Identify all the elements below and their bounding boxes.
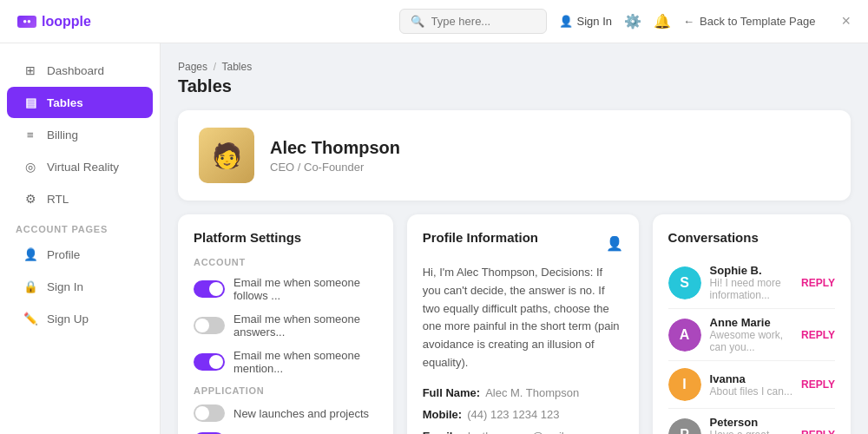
- back-label: Back to Template Page: [700, 15, 815, 28]
- sidebar-item-tables[interactable]: ▤ Tables: [7, 87, 153, 118]
- sidebar-item-label: Sign Up: [47, 312, 89, 326]
- vr-icon: ◎: [23, 159, 38, 174]
- sidebar: ⊞ Dashboard ▤ Tables ≡ Billing ◎ Virtual…: [0, 43, 161, 434]
- top-navbar: ●● loopple 🔍 👤 Sign In ⚙️ 🔔 ← Back to Te…: [0, 0, 868, 43]
- profile-icon: 👤: [23, 247, 38, 262]
- bio-text: Hi, I'm Alec Thompson, Decisions: If you…: [423, 264, 623, 372]
- rtl-icon: ⚙: [23, 191, 38, 207]
- sidebar-item-label: Billing: [47, 128, 78, 141]
- logo: ●● loopple: [17, 14, 91, 30]
- conv-msg: Hi! I need more information...: [710, 277, 793, 301]
- platform-settings-title: Platform Settings: [194, 230, 378, 245]
- toggle-label-mentions: Email me when someone mention...: [233, 349, 378, 375]
- conv-info: Anne Marie Awesome work, can you...: [710, 316, 793, 353]
- toggle-row-2: Email me when someone mention...: [194, 349, 378, 375]
- conv-avatar-img: A: [668, 319, 701, 352]
- profile-name: Alec Thompson: [270, 138, 400, 158]
- conv-name: Ivanna: [710, 372, 793, 385]
- toggle-follows[interactable]: [194, 280, 225, 298]
- conv-msg: Awesome work, can you...: [710, 329, 793, 353]
- main-content: Pages / Tables Tables 🧑 Alec Thompson CE…: [161, 43, 868, 434]
- logo-icon: ●●: [17, 16, 36, 28]
- conv-avatar-img: S: [668, 266, 701, 299]
- profile-info-title: Profile Information: [423, 230, 538, 245]
- signin-icon: 🔒: [23, 279, 38, 294]
- back-to-template-button[interactable]: ← Back to Template Page: [683, 15, 815, 28]
- toggle-label-answers: Email me when someone answers...: [233, 312, 378, 339]
- sidebar-item-label: Tables: [47, 96, 83, 109]
- conv-avatar-img: P: [668, 418, 701, 435]
- user-icon: 👤: [559, 15, 573, 28]
- sidebar-item-signin[interactable]: 🔒 Sign In: [7, 271, 153, 302]
- conv-name: Sophie B.: [710, 264, 793, 277]
- breadcrumb-current: Tables: [221, 61, 252, 73]
- sidebar-item-dashboard[interactable]: ⊞ Dashboard: [7, 55, 153, 86]
- email-value: alecthompson@mail.com: [462, 430, 589, 434]
- breadcrumb-root: Pages: [178, 61, 207, 73]
- conv-info: Sophie B. Hi! I need more information...: [710, 264, 793, 301]
- account-section-sublabel: ACCOUNT: [194, 257, 378, 267]
- close-button[interactable]: ×: [841, 12, 851, 30]
- toggle-row-3: New launches and projects: [194, 404, 378, 422]
- info-fullname: Full Name: Alec M. Thompson: [423, 386, 623, 399]
- avatar-image: 🧑: [199, 128, 254, 183]
- reply-button[interactable]: REPLY: [801, 429, 835, 435]
- sidebar-item-label: RTL: [47, 193, 69, 206]
- sidebar-item-profile[interactable]: 👤 Profile: [7, 239, 153, 270]
- sidebar-item-billing[interactable]: ≡ Billing: [7, 119, 153, 150]
- reply-button[interactable]: REPLY: [801, 378, 835, 391]
- sidebar-item-label: Dashboard: [47, 64, 104, 77]
- top-right-actions: 🔍 👤 Sign In ⚙️ 🔔 ← Back to Template Page…: [399, 9, 851, 34]
- arrow-left-icon: ←: [683, 15, 694, 28]
- search-input[interactable]: [431, 15, 536, 28]
- profile-job-title: CEO / Co-Founder: [270, 161, 400, 174]
- conv-info: Ivanna About files I can...: [710, 372, 793, 398]
- sidebar-item-virtual-reality[interactable]: ◎ Virtual Reality: [7, 151, 153, 182]
- conv-avatar-img: I: [668, 368, 701, 401]
- search-box: 🔍: [399, 9, 547, 34]
- conv-avatar: A: [668, 319, 701, 352]
- profile-information-card: Profile Information 👤 Hi, I'm Alec Thomp…: [407, 214, 639, 434]
- conv-msg: About files I can...: [710, 385, 793, 398]
- toggle-label-follows: Email me when someone follows ...: [233, 276, 378, 302]
- billing-icon: ≡: [23, 127, 38, 142]
- toggle-row-1: Email me when someone answers...: [194, 312, 378, 339]
- app-layout: ⊞ Dashboard ▤ Tables ≡ Billing ◎ Virtual…: [0, 43, 868, 434]
- toggle-launches[interactable]: [194, 404, 225, 422]
- email-label: Email:: [423, 430, 457, 434]
- conv-msg: Have a great afternoon...: [710, 429, 793, 434]
- conv-name: Peterson: [710, 416, 793, 429]
- platform-settings-card: Platform Settings ACCOUNT Email me when …: [178, 214, 393, 434]
- sidebar-item-label: Virtual Reality: [47, 161, 119, 174]
- conv-avatar: S: [668, 266, 701, 299]
- search-icon: 🔍: [411, 15, 424, 28]
- toggle-row-0: Email me when someone follows ...: [194, 276, 378, 302]
- dashboard-icon: ⊞: [23, 62, 38, 78]
- sign-in-button[interactable]: 👤 Sign In: [559, 15, 612, 28]
- profile-avatar: 🧑: [199, 128, 254, 183]
- sidebar-item-label: Sign In: [47, 280, 83, 293]
- breadcrumb: Pages / Tables: [178, 61, 851, 73]
- conversation-item: I Ivanna About files I can... REPLY: [668, 361, 835, 409]
- sidebar-item-signup[interactable]: ✏️ Sign Up: [7, 303, 153, 334]
- reply-button[interactable]: REPLY: [801, 329, 835, 341]
- notification-icon[interactable]: 🔔: [654, 13, 671, 30]
- settings-icon[interactable]: ⚙️: [624, 13, 641, 30]
- toggle-answers[interactable]: [194, 317, 225, 334]
- sidebar-item-rtl[interactable]: ⚙ RTL: [7, 183, 153, 214]
- conversations-title: Conversations: [668, 230, 835, 245]
- logo-text: loopple: [42, 14, 91, 30]
- conv-name: Anne Marie: [710, 316, 793, 329]
- conv-avatar: P: [668, 418, 701, 435]
- profile-card: 🧑 Alec Thompson CEO / Co-Founder: [178, 110, 851, 201]
- toggle-mentions[interactable]: [194, 353, 225, 371]
- profile-card-info: Alec Thompson CEO / Co-Founder: [270, 138, 400, 174]
- conversations-card: Conversations S Sophie B. Hi! I need mor…: [653, 214, 851, 434]
- application-section-sublabel: APPLICATION: [194, 385, 378, 396]
- edit-profile-icon[interactable]: 👤: [606, 235, 623, 252]
- content-columns: Platform Settings ACCOUNT Email me when …: [178, 214, 851, 434]
- account-section-label: Account Pages: [0, 215, 160, 238]
- conversation-item: A Anne Marie Awesome work, can you... RE…: [668, 309, 835, 361]
- sidebar-item-label: Profile: [47, 248, 80, 261]
- reply-button[interactable]: REPLY: [801, 277, 835, 289]
